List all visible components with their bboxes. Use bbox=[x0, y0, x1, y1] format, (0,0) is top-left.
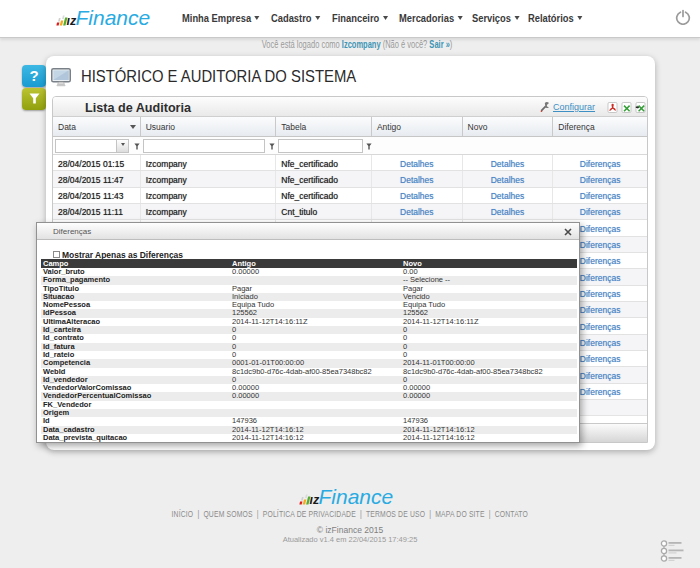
svg-text:Finance: Finance bbox=[319, 485, 394, 507]
svg-text:Finance: Finance bbox=[76, 6, 151, 28]
